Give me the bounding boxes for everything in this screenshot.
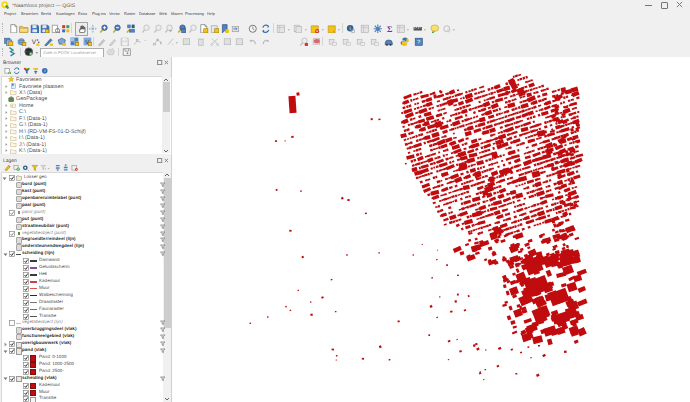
svg-text:i: i [349,25,350,31]
svg-text:?: ? [417,39,421,46]
svg-text:Σ: Σ [387,25,392,33]
svg-text:V: V [32,38,37,45]
